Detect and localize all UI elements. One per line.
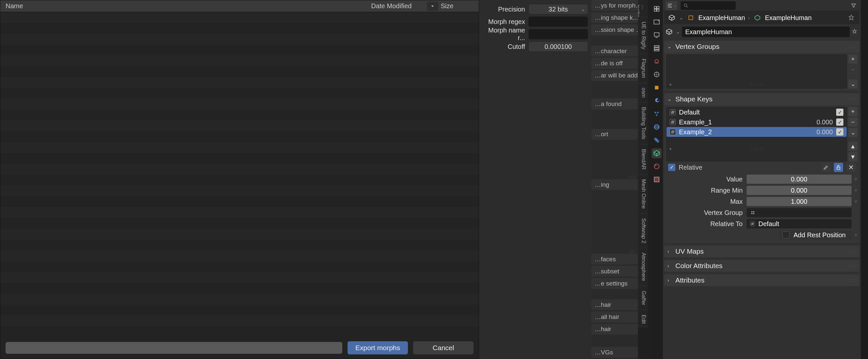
vertex-groups-list[interactable]: ▸:::::: — [666, 55, 847, 89]
viewlayer-tab-icon[interactable] — [652, 43, 661, 53]
animate-dot[interactable] — [854, 178, 858, 180]
cancel-button[interactable]: Cancel — [413, 341, 473, 354]
mesh-data-icon[interactable] — [664, 27, 674, 37]
animate-dot[interactable] — [854, 201, 858, 203]
file-path-input[interactable] — [6, 342, 342, 354]
mesh-data-tab-icon[interactable] — [652, 148, 661, 158]
render-tab-icon[interactable] — [652, 17, 661, 27]
morph-name-regex-input[interactable] — [528, 29, 588, 39]
vtab[interactable]: Atmosphere — [638, 248, 648, 286]
sliver-line[interactable]: …a found — [591, 98, 638, 109]
animate-dot[interactable] — [854, 234, 858, 236]
sliver-line[interactable]: …subset — [591, 266, 638, 277]
vtab[interactable]: Gaffer — [638, 286, 648, 310]
range-max-slider[interactable]: 1.000 — [747, 197, 851, 206]
tool-tab-icon[interactable] — [652, 4, 661, 14]
vertex-groups-header[interactable]: ⌄ Vertex Groups :::: — [664, 41, 860, 53]
sliver-line[interactable]: …de is off — [591, 58, 638, 68]
file-browser-rows[interactable] — [0, 12, 479, 337]
shape-key-mute-checkbox[interactable]: ✓ — [836, 128, 843, 136]
options-dropdown[interactable]: ⌄ — [665, 1, 677, 10]
material-tab-icon[interactable] — [652, 161, 661, 171]
sliver-line[interactable]: …ing — [591, 179, 638, 190]
shape-key-specials-menu[interactable]: ⌄ — [848, 128, 858, 137]
shape-key-row[interactable]: Default ✓ — [666, 107, 847, 117]
attributes-header[interactable]: › Attributes :::: — [664, 274, 860, 286]
move-shape-key-down-button[interactable]: ▼ — [848, 152, 858, 161]
add-rest-position-checkbox[interactable]: Add Rest Position — [779, 230, 851, 240]
sliver-line[interactable]: …ing shape k… — [591, 12, 638, 23]
sliver-line[interactable]: …ys for morph… — [591, 0, 638, 11]
vtab[interactable]: UE to Rigify — [638, 17, 648, 54]
add-vertex-group-button[interactable]: + — [848, 55, 858, 64]
export-morphs-button[interactable]: Export morphs — [347, 341, 408, 354]
output-tab-icon[interactable] — [652, 30, 661, 40]
mesh-name-input[interactable]: ExampleHuman — [682, 27, 849, 37]
shape-keys-list[interactable]: Default ✓ Example_1 0.000 ✓ — [666, 107, 847, 161]
properties-search-input[interactable] — [681, 1, 736, 10]
fake-user-icon[interactable] — [849, 29, 860, 35]
vtab[interactable]: Flagrum — [638, 54, 648, 83]
sliver-line[interactable]: …ssion shape … — [591, 24, 638, 35]
color-attributes-header[interactable]: › Color Attributes :::: — [664, 260, 860, 272]
add-shape-key-button[interactable]: + — [848, 107, 858, 116]
sort-direction-toggle[interactable] — [427, 2, 438, 11]
uv-maps-header[interactable]: › UV Maps :::: — [664, 245, 860, 257]
shape-key-value-slider[interactable]: 0.000 — [747, 175, 851, 184]
vtab[interactable]: Softwrap 2 — [638, 214, 648, 248]
vertex-group-dropdown[interactable] — [747, 208, 851, 217]
range-min-slider[interactable]: 0.000 — [747, 186, 851, 195]
col-size-header[interactable]: Size — [441, 2, 473, 10]
move-shape-key-up-button[interactable]: ▲ — [848, 142, 858, 151]
region-divider[interactable] — [648, 0, 650, 359]
shape-key-lock-icon[interactable] — [834, 163, 843, 172]
vtab[interactable]: Mesh Online — [638, 175, 648, 214]
vtab[interactable]: Edit — [638, 310, 648, 327]
properties-scrollbar[interactable] — [861, 0, 868, 359]
relative-checkbox[interactable]: ✓ — [668, 164, 675, 171]
object-tab-icon[interactable] — [652, 83, 661, 93]
constraints-tab-icon[interactable] — [652, 135, 661, 145]
shape-key-row[interactable]: Example_1 0.000 ✓ — [666, 117, 847, 127]
vtab[interactable]: Building Tools — [638, 102, 648, 144]
sliver-line[interactable]: …e settings — [591, 278, 638, 289]
shape-key-mute-checkbox[interactable]: ✓ — [836, 118, 843, 126]
sliver-line[interactable]: …hair — [591, 324, 638, 335]
precision-dropdown[interactable]: 32 bits ⌄ — [528, 4, 588, 14]
pin-icon[interactable] — [846, 14, 856, 21]
breadcrumb-object[interactable]: ExampleHuman — [698, 14, 745, 22]
vtab[interactable]: osm — [638, 83, 648, 102]
remove-vertex-group-button[interactable]: − — [848, 65, 858, 74]
object-icon — [686, 13, 695, 22]
cutoff-input[interactable]: 0.000100 — [528, 41, 588, 52]
filter-toggle[interactable] — [849, 1, 858, 10]
animate-dot[interactable] — [854, 189, 858, 191]
col-date-header[interactable]: Date Modified — [371, 2, 427, 10]
particles-tab-icon[interactable] — [652, 109, 661, 119]
modifier-tab-icon[interactable] — [652, 96, 661, 106]
physics-tab-icon[interactable] — [652, 122, 661, 132]
morph-regex-input[interactable] — [528, 17, 588, 27]
sliver-line[interactable]: …ort — [591, 129, 638, 140]
sliver-line[interactable]: …VGs — [591, 347, 638, 358]
sliver-line[interactable]: …hair — [591, 299, 638, 310]
relative-to-dropdown[interactable]: Default — [747, 219, 851, 229]
sliver-line[interactable]: …faces — [591, 254, 638, 265]
remove-shape-key-button[interactable]: − — [848, 118, 858, 127]
breadcrumb-mesh[interactable]: ExampleHuman — [765, 14, 811, 22]
sliver-line[interactable]: …character — [591, 46, 638, 56]
vtab[interactable]: …ination — [638, 0, 648, 17]
sliver-line[interactable]: …ar will be add… — [591, 70, 638, 81]
scene-tab-icon[interactable] — [652, 56, 661, 66]
shape-keys-header[interactable]: ⌄ Shape Keys :::: — [664, 93, 860, 105]
shape-key-edit-mode-icon[interactable] — [822, 163, 831, 172]
col-name-header[interactable]: Name — [6, 2, 371, 10]
shape-key-row-selected[interactable]: Example_2 0.000 ✓ — [666, 127, 847, 137]
sliver-line[interactable]: …all hair — [591, 311, 638, 322]
vtab[interactable]: BlendAR — [638, 144, 648, 175]
texture-tab-icon[interactable] — [652, 175, 661, 184]
shape-key-mute-checkbox[interactable]: ✓ — [836, 109, 843, 116]
vertex-group-specials-menu[interactable]: ⌄ — [848, 80, 858, 89]
shape-key-clear-icon[interactable]: ✕ — [846, 163, 856, 172]
world-tab-icon[interactable] — [652, 69, 661, 80]
